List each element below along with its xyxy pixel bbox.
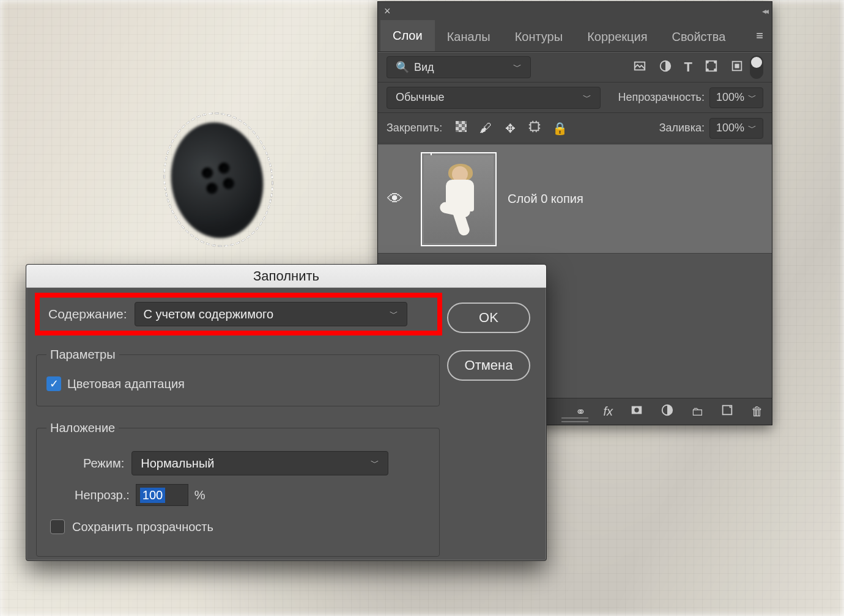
chevron-down-icon: ﹀ bbox=[513, 62, 522, 73]
content-value: С учетом содержимого bbox=[144, 307, 273, 321]
opacity-value: 100% bbox=[716, 91, 744, 104]
tab-layers[interactable]: Слои bbox=[380, 20, 435, 51]
tab-paths[interactable]: Контуры bbox=[503, 21, 575, 51]
color-adaptation-label: Цветовая адаптация bbox=[67, 377, 185, 391]
opacity-input[interactable]: 100% ﹀ bbox=[709, 87, 763, 108]
tab-properties[interactable]: Свойства bbox=[659, 21, 738, 51]
group-icon[interactable]: 🗀 bbox=[691, 405, 703, 419]
mode-value: Нормальный bbox=[141, 457, 214, 471]
dialog-opacity-value: 100 bbox=[140, 488, 165, 503]
preserve-transparency-checkbox[interactable] bbox=[50, 519, 65, 534]
type-filter-icon[interactable]: T bbox=[684, 59, 692, 75]
chevron-down-icon: ﹀ bbox=[371, 458, 379, 469]
mask-icon[interactable] bbox=[630, 403, 643, 420]
blend-opacity-row: Обычные ﹀ Непрозрачность: 100% ﹀ bbox=[378, 82, 772, 113]
blending-legend: Наложение bbox=[46, 421, 119, 435]
layer-name-label[interactable]: Слой 0 копия bbox=[508, 192, 583, 206]
layer-filter-label: Вид bbox=[414, 61, 434, 74]
lock-all-icon[interactable]: 🔒 bbox=[552, 121, 566, 136]
blend-mode-select[interactable]: Обычные ﹀ bbox=[387, 87, 601, 109]
content-label: Содержание: bbox=[48, 307, 127, 321]
preserve-transparency-label: Сохранить прозрачность bbox=[72, 520, 213, 534]
opacity-unit: % bbox=[194, 488, 205, 502]
dialog-buttons: OK Отмена bbox=[447, 302, 530, 381]
svg-point-4 bbox=[714, 61, 716, 63]
mode-label: Режим: bbox=[83, 457, 124, 471]
tab-adjustments[interactable]: Коррекция bbox=[575, 21, 659, 51]
tab-channels[interactable]: Каналы bbox=[435, 21, 503, 51]
image-filter-icon[interactable] bbox=[633, 59, 646, 76]
lock-brush-icon[interactable]: 🖌 bbox=[479, 121, 492, 135]
blend-mode-label: Обычные bbox=[396, 91, 445, 104]
lock-label: Закрепить: bbox=[387, 122, 442, 134]
lock-artboard-icon[interactable] bbox=[528, 120, 541, 136]
layer-filter-select[interactable]: 🔍Вид ﹀ bbox=[387, 56, 531, 78]
panel-menu-icon[interactable]: ≡ bbox=[750, 20, 769, 51]
opacity-label: Непрозрачность: bbox=[618, 91, 705, 104]
layer-filter-icons: T bbox=[633, 59, 744, 76]
fx-icon[interactable]: fx bbox=[603, 405, 613, 419]
adjustment-layer-icon[interactable] bbox=[661, 403, 674, 420]
dialog-title: Заполнить bbox=[26, 265, 546, 288]
options-fieldset: Параметры ✓ Цветовая адаптация bbox=[36, 348, 440, 406]
shape-filter-icon[interactable] bbox=[705, 59, 718, 76]
link-layers-icon[interactable]: ⚭ bbox=[576, 405, 586, 419]
filter-toggle-switch[interactable] bbox=[750, 56, 763, 79]
mode-select[interactable]: Нормальный ﹀ bbox=[131, 451, 388, 475]
fill-value: 100% bbox=[716, 122, 744, 134]
options-legend: Параметры bbox=[46, 348, 119, 362]
content-row-highlight: Содержание: С учетом содержимого ﹀ bbox=[35, 293, 442, 336]
blending-fieldset: Наложение Режим: Нормальный ﹀ Непрозр.: … bbox=[36, 421, 440, 557]
content-select[interactable]: С учетом содержимого ﹀ bbox=[135, 302, 407, 326]
panel-resize-grip[interactable] bbox=[561, 417, 588, 422]
fill-label: Заливка: bbox=[659, 122, 705, 134]
close-icon[interactable]: × bbox=[384, 5, 391, 18]
dialog-opacity-label: Непрозр.: bbox=[75, 488, 130, 502]
svg-point-11 bbox=[634, 408, 639, 412]
svg-point-3 bbox=[706, 61, 708, 63]
svg-rect-8 bbox=[735, 64, 739, 68]
layer-filter-row: 🔍Вид ﹀ T bbox=[378, 52, 772, 82]
svg-point-5 bbox=[706, 68, 708, 70]
panel-topbar: × ◂◂ bbox=[378, 2, 772, 20]
svg-rect-9 bbox=[531, 123, 539, 131]
adjustment-filter-icon[interactable] bbox=[659, 59, 672, 76]
panel-tabs: Слои Каналы Контуры Коррекция Свойства ≡ bbox=[378, 20, 772, 52]
svg-point-6 bbox=[714, 68, 716, 70]
chevron-down-icon: ﹀ bbox=[583, 92, 591, 103]
visibility-toggle-icon[interactable]: 👁 bbox=[380, 189, 410, 208]
chevron-down-icon: ﹀ bbox=[748, 123, 757, 134]
lock-fill-row: Закрепить: 🖌 ✥ 🔒 Заливка: 100% ﹀ bbox=[378, 113, 772, 144]
ok-button[interactable]: OK bbox=[447, 302, 530, 333]
smartobject-filter-icon[interactable] bbox=[730, 59, 744, 76]
chevron-down-icon: ﹀ bbox=[748, 92, 757, 103]
layer-thumbnail[interactable] bbox=[421, 152, 497, 246]
collapse-icon[interactable]: ◂◂ bbox=[762, 6, 767, 16]
lock-pixels-icon[interactable] bbox=[454, 121, 468, 135]
fill-dialog: Заполнить Содержание: С учетом содержимо… bbox=[26, 264, 547, 561]
lock-icons: 🖌 ✥ 🔒 bbox=[454, 120, 566, 136]
cancel-button[interactable]: Отмена bbox=[447, 350, 530, 381]
lock-position-icon[interactable]: ✥ bbox=[503, 121, 517, 136]
new-layer-icon[interactable] bbox=[720, 403, 734, 420]
dialog-opacity-input[interactable]: 100 bbox=[136, 484, 188, 506]
chevron-down-icon: ﹀ bbox=[390, 309, 398, 320]
trash-icon[interactable]: 🗑 bbox=[751, 405, 763, 419]
color-adaptation-checkbox[interactable]: ✓ bbox=[46, 376, 61, 391]
search-icon: 🔍 bbox=[396, 61, 409, 74]
layer-row[interactable]: 👁 Слой 0 копия bbox=[378, 145, 772, 254]
thumbnail-figure bbox=[435, 166, 484, 240]
fill-input[interactable]: 100% ﹀ bbox=[709, 118, 763, 139]
